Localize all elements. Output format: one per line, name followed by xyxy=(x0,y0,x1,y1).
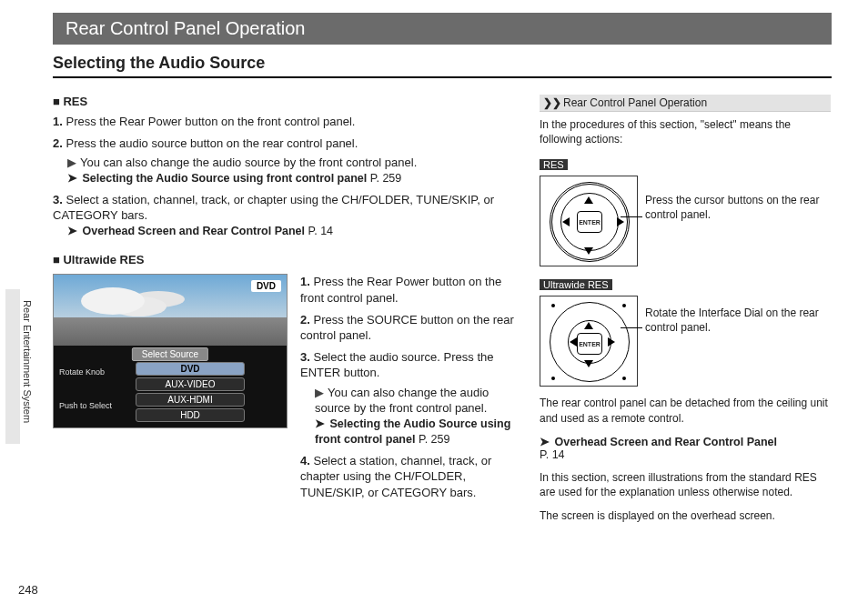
screenshot-title: Select Source xyxy=(132,347,208,361)
double-chevron-icon: ❯❯ xyxy=(543,96,561,109)
sidebar-header: ❯❯Rear Control Panel Operation xyxy=(540,95,831,112)
arrow-left-icon xyxy=(570,337,577,347)
res-step-3-text: Select a station, channel, track, or cha… xyxy=(53,193,494,223)
res-step-2: 2. Press the audio source button on the … xyxy=(53,136,521,186)
overhead-note: The screen is displayed on the overhead … xyxy=(540,508,831,523)
uw-step-4-text: Select a station, channel, track, or cha… xyxy=(300,454,491,499)
sidebar-tag-res: RES xyxy=(540,159,568,170)
info-sidebar: ❯❯Rear Control Panel Operation In the pr… xyxy=(540,95,831,532)
arrow-down-icon xyxy=(584,247,593,255)
arrow-left-icon xyxy=(562,217,570,226)
section-title: Selecting the Audio Source xyxy=(53,54,832,78)
uw-step-3: 3. Select the audio source. Press the EN… xyxy=(300,349,521,447)
arrow-right-icon xyxy=(608,337,615,347)
arrow-up-icon xyxy=(584,322,593,329)
page-title-bar: Rear Control Panel Operation xyxy=(53,13,832,45)
ultrawide-subheading: Ultrawide RES xyxy=(53,253,521,266)
sidebar-header-text: Rear Control Panel Operation xyxy=(563,96,707,109)
enter-button-label: ENTER xyxy=(577,333,602,355)
uw-ref-title: Selecting the Audio Source using front c… xyxy=(315,417,510,446)
res-ref-2-title: Overhead Screen and Rear Control Panel xyxy=(82,225,305,237)
res-step-3: 3. Select a station, channel, track, or … xyxy=(53,192,521,239)
side-section-label: Rear Entertainment System xyxy=(22,300,33,423)
page-number: 248 xyxy=(18,583,38,597)
link-arrow-icon: ➤ xyxy=(67,172,77,185)
uw-step-1-text: Press the Rear Power button on the front… xyxy=(300,275,501,305)
uw-step-2: 2. Press the SOURCE button on the rear c… xyxy=(300,312,521,344)
res-ref-2-page: P. 14 xyxy=(308,225,334,237)
ultrawide-controller-diagram: ENTER xyxy=(540,296,638,387)
main-column: RES 1. Press the Rear Power button on th… xyxy=(53,95,540,532)
chevron-right-icon: ▶ xyxy=(67,156,76,169)
link-arrow-icon: ➤ xyxy=(540,436,550,448)
uw-step-2-text: Press the SOURCE button on the rear cont… xyxy=(300,313,514,343)
res-ref-1-page: P. 259 xyxy=(370,172,402,185)
illustration-note: In this section, screen illustrations fr… xyxy=(540,470,831,499)
sidebar-ref-title: Overhead Screen and Rear Control Panel xyxy=(554,436,777,448)
detach-note: The rear control panel can be detached f… xyxy=(540,396,831,425)
source-select-screenshot: DVD Select Source Rotate Knob Push to Se… xyxy=(53,274,288,428)
side-tab xyxy=(5,289,20,444)
uw-step-1: 1. Press the Rear Power button on the fr… xyxy=(300,274,521,306)
uw-step-3-text: Select the audio source. Press the ENTER… xyxy=(300,350,493,380)
arrow-down-icon xyxy=(584,360,593,367)
sidebar-intro: In the procedures of this section, "sele… xyxy=(540,117,831,146)
enter-button-label: ENTER xyxy=(577,211,602,233)
link-arrow-icon: ➤ xyxy=(67,225,77,237)
screenshot-item-aux-hdmi: AUX-HDMI xyxy=(136,393,245,407)
res-step-2-text: Press the audio source button on the rea… xyxy=(66,136,358,150)
screenshot-hint-rotate: Rotate Knob xyxy=(59,366,112,378)
screenshot-item-aux-video: AUX-VIDEO xyxy=(136,377,245,391)
arrow-right-icon xyxy=(617,217,624,226)
uw-ref-page: P. 259 xyxy=(419,433,450,446)
arrow-up-icon xyxy=(584,196,593,204)
res-callout: Press the cursor buttons on the rear con… xyxy=(645,176,831,222)
sidebar-tag-ultrawide: Ultrawide RES xyxy=(540,279,612,290)
res-step-2-note: You can also change the audio source by … xyxy=(80,156,417,169)
res-step-1: 1. Press the Rear Power button on the fr… xyxy=(53,114,521,130)
screenshot-item-hdd: HDD xyxy=(136,408,245,422)
res-controller-diagram: ENTER xyxy=(540,176,638,266)
uw-step-4: 4. Select a station, channel, track, or … xyxy=(300,453,521,501)
res-subheading: RES xyxy=(53,95,521,108)
screenshot-item-dvd: DVD xyxy=(136,362,245,376)
screenshot-hint-push: Push to Select xyxy=(59,399,112,412)
res-ref-1-title: Selecting the Audio Source using front c… xyxy=(82,172,367,185)
screenshot-dvd-badge: DVD xyxy=(251,280,281,292)
res-step-1-text: Press the Rear Power button on the front… xyxy=(66,115,355,128)
ultrawide-callout: Rotate the Interface Dial on the rear co… xyxy=(645,296,831,335)
uw-step-3-note: You can also change the audio source by … xyxy=(315,386,489,416)
link-arrow-icon: ➤ xyxy=(315,417,325,430)
chevron-right-icon: ▶ xyxy=(315,386,324,399)
sidebar-ref-page: P. 14 xyxy=(540,448,565,461)
